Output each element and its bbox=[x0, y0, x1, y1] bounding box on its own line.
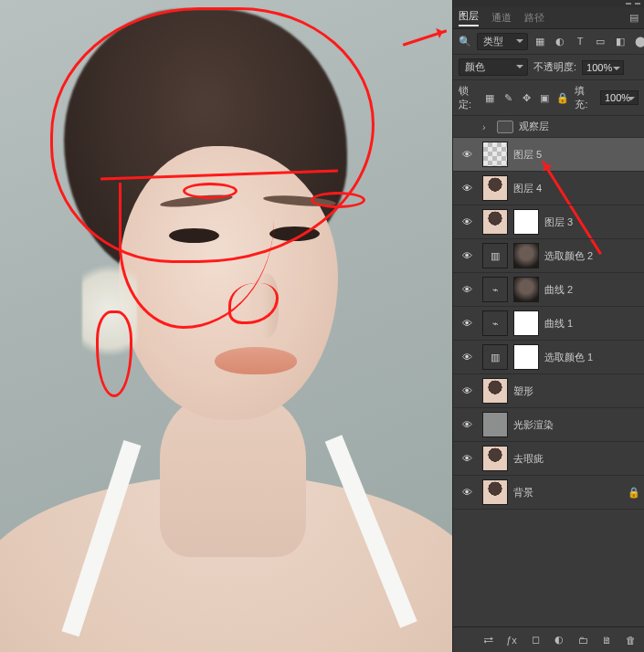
tab-paths[interactable]: 路径 bbox=[524, 11, 544, 25]
panel-tabs: 图层 通道 路径 ▤ bbox=[453, 7, 644, 29]
layer-name[interactable]: 选取颜色 1 bbox=[544, 351, 640, 364]
layer-list[interactable]: 👁 › 观察层 👁 图层 5 👁 图层 4 👁 图层 3 👁 ▥ 选取颜 bbox=[453, 116, 644, 626]
filter-adjust-icon[interactable]: ◐ bbox=[554, 36, 566, 47]
new-adjustment-icon[interactable]: ◐ bbox=[553, 634, 565, 646]
tab-layers[interactable]: 图层 bbox=[459, 9, 479, 26]
layer-mask-thumbnail bbox=[513, 209, 539, 235]
visibility-toggle[interactable]: 👁 bbox=[457, 419, 477, 430]
layer-thumbnail bbox=[482, 412, 508, 437]
layer-thumbnail bbox=[482, 378, 508, 404]
layer-thumbnail bbox=[482, 209, 508, 235]
lock-all-icon[interactable]: 🔒 bbox=[556, 92, 569, 104]
layer-name[interactable]: 背景 bbox=[513, 486, 622, 500]
visibility-toggle[interactable]: 👁 bbox=[457, 284, 477, 295]
layer-thumbnail bbox=[482, 142, 508, 167]
add-mask-icon[interactable]: ◻ bbox=[529, 634, 542, 646]
layer-name[interactable]: 塑形 bbox=[513, 384, 640, 398]
annotation-stroke bbox=[96, 310, 132, 397]
panel-controls bbox=[453, 0, 644, 7]
curves-icon: ⌁ bbox=[482, 310, 508, 336]
lock-position-icon[interactable]: ✎ bbox=[501, 92, 514, 104]
tab-channels[interactable]: 通道 bbox=[491, 11, 512, 25]
layer-liquify[interactable]: 👁 塑形 bbox=[453, 374, 644, 408]
layer-mask-thumbnail bbox=[513, 310, 539, 336]
layer-item-3[interactable]: 👁 图层 3 bbox=[453, 205, 644, 239]
blend-mode-select[interactable]: 颜色 bbox=[459, 58, 528, 76]
new-layer-icon[interactable]: 🗎 bbox=[600, 635, 613, 646]
annotation-arrow bbox=[403, 29, 447, 46]
layer-thumbnail bbox=[482, 446, 508, 471]
layer-name[interactable]: 选取颜色 2 bbox=[544, 249, 640, 263]
layer-mask-thumbnail bbox=[513, 277, 539, 302]
layer-background[interactable]: 👁 背景 🔒 bbox=[453, 476, 644, 510]
layer-mask-thumbnail bbox=[513, 243, 539, 268]
layer-blemish[interactable]: 👁 去瑕疵 bbox=[453, 442, 644, 476]
layer-lightshadow[interactable]: 👁 光影渲染 bbox=[453, 408, 644, 442]
layer-curves-2[interactable]: 👁 ⌁ 曲线 2 bbox=[453, 273, 644, 307]
curves-icon: ⌁ bbox=[482, 277, 508, 302]
layer-thumbnail bbox=[482, 175, 508, 201]
filter-pixel-icon[interactable]: ▦ bbox=[533, 36, 546, 47]
panel-menu-icon[interactable]: ▤ bbox=[629, 12, 639, 24]
layer-name[interactable]: 曲线 1 bbox=[544, 317, 640, 331]
lock-fill-row: 锁定: ▦ ✎ ✥ ▣ 🔒 填充: 100% bbox=[453, 80, 644, 116]
layer-selective-color-1[interactable]: 👁 ▥ 选取颜色 1 bbox=[453, 341, 644, 374]
opacity-field[interactable]: 100% bbox=[582, 60, 624, 75]
layer-thumbnail bbox=[482, 479, 508, 505]
layer-name[interactable]: 光影渲染 bbox=[513, 418, 640, 432]
fill-label: 填充: bbox=[575, 84, 594, 111]
disclose-icon[interactable]: › bbox=[482, 121, 491, 132]
layer-filter-row: 🔍 类型 ▦ ◐ T ▭ ◧ ⬤ bbox=[453, 29, 644, 55]
lock-label: 锁定: bbox=[459, 84, 478, 111]
visibility-toggle[interactable]: 👁 bbox=[457, 216, 477, 227]
visibility-toggle[interactable]: 👁 bbox=[457, 487, 477, 498]
search-icon: 🔍 bbox=[459, 36, 471, 47]
layer-name[interactable]: 曲线 2 bbox=[544, 283, 640, 297]
visibility-toggle[interactable]: 👁 bbox=[457, 250, 477, 261]
layer-curves-1[interactable]: 👁 ⌁ 曲线 1 bbox=[453, 307, 644, 341]
filter-shape-icon[interactable]: ▭ bbox=[594, 36, 607, 47]
fx-icon[interactable]: ƒx bbox=[505, 635, 518, 646]
layer-name[interactable]: 图层 5 bbox=[513, 148, 640, 162]
fill-field[interactable]: 100% bbox=[600, 90, 639, 105]
document-canvas[interactable] bbox=[0, 0, 452, 652]
lock-icon: 🔒 bbox=[628, 487, 640, 499]
visibility-toggle[interactable]: 👁 bbox=[457, 318, 477, 329]
layers-panel: 图层 通道 路径 ▤ 🔍 类型 ▦ ◐ T ▭ ◧ ⬤ 颜色 不透明度: 100… bbox=[452, 0, 644, 652]
layer-name[interactable]: 图层 4 bbox=[513, 182, 640, 195]
layer-name[interactable]: 图层 3 bbox=[544, 216, 640, 229]
visibility-toggle[interactable]: 👁 bbox=[457, 453, 477, 464]
layer-item-5[interactable]: 👁 图层 5 bbox=[453, 138, 644, 172]
selective-color-icon: ▥ bbox=[482, 243, 508, 268]
filter-type-select[interactable]: 类型 bbox=[477, 33, 528, 50]
layer-item-4[interactable]: 👁 图层 4 bbox=[453, 172, 644, 205]
visibility-toggle[interactable]: 👁 bbox=[457, 352, 477, 363]
new-group-icon[interactable]: 🗀 bbox=[576, 635, 589, 646]
filter-smart-icon[interactable]: ◧ bbox=[614, 36, 627, 47]
visibility-toggle[interactable]: 👁 bbox=[457, 183, 477, 194]
filter-type-icon[interactable]: T bbox=[574, 36, 586, 47]
selective-color-icon: ▥ bbox=[482, 344, 508, 370]
opacity-label: 不透明度: bbox=[533, 60, 576, 74]
layer-mask-thumbnail bbox=[513, 344, 539, 370]
visibility-toggle[interactable]: 👁 bbox=[457, 385, 477, 396]
lock-move-icon[interactable]: ✥ bbox=[520, 92, 533, 104]
layer-name[interactable]: 去瑕疵 bbox=[513, 452, 640, 466]
delete-layer-icon[interactable]: 🗑 bbox=[624, 635, 637, 646]
annotation-stroke bbox=[311, 192, 365, 208]
visibility-toggle[interactable]: 👁 bbox=[457, 121, 477, 132]
folder-icon bbox=[497, 121, 513, 133]
visibility-toggle[interactable]: 👁 bbox=[457, 149, 477, 160]
layer-name[interactable]: 观察层 bbox=[519, 120, 640, 133]
filter-toggle-icon[interactable]: ⬤ bbox=[634, 36, 644, 47]
layers-panel-footer: ⮂ ƒx ◻ ◐ 🗀 🗎 🗑 bbox=[453, 626, 644, 652]
lock-artboard-icon[interactable]: ▣ bbox=[538, 92, 551, 104]
lock-pixels-icon[interactable]: ▦ bbox=[483, 92, 496, 104]
layer-group[interactable]: 👁 › 观察层 bbox=[453, 116, 644, 138]
layer-selective-color-2[interactable]: 👁 ▥ 选取颜色 2 bbox=[453, 239, 644, 273]
blend-opacity-row: 颜色 不透明度: 100% bbox=[453, 55, 644, 80]
portrait-lips bbox=[215, 347, 297, 374]
link-layers-icon[interactable]: ⮂ bbox=[481, 635, 494, 646]
